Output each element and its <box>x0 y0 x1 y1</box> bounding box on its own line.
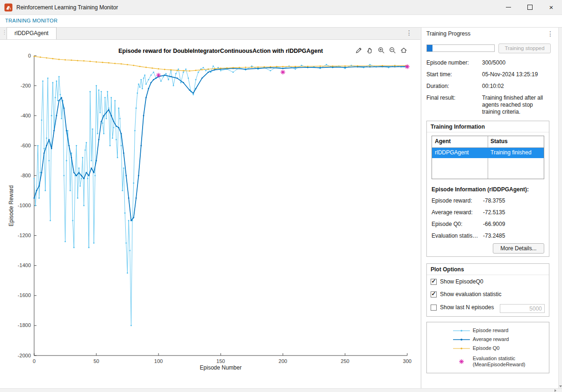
panel-title: Training Progress <box>426 30 470 37</box>
checkbox-show-episodeq0[interactable]: ✓ Show EpisodeQ0 <box>431 278 483 285</box>
field-label: Episode number: <box>426 59 482 66</box>
groupbox-title: Training Information <box>427 121 549 132</box>
table-row[interactable]: rlDDPGAgent Training finished <box>432 148 544 158</box>
panel-header: Training Progress ⋮ <box>421 28 558 40</box>
document-tab-rlddpgagent[interactable]: rlDDPGAgent <box>7 27 57 39</box>
svg-text:50: 50 <box>94 358 99 364</box>
stat-episode-q0: Episode Q0: -66.9009 <box>432 221 545 228</box>
svg-text:-1000: -1000 <box>18 203 31 208</box>
stat-average-reward: Average reward: -72.5135 <box>432 209 545 216</box>
legend-label: Episode reward <box>473 327 508 334</box>
reward-plot[interactable]: 0-200-400-600-800-1000-1200-1400-1600-18… <box>0 40 420 388</box>
legend-line-dot-marker <box>453 337 470 342</box>
training-information-box: Training Information Agent Status rlDDPG… <box>426 121 549 257</box>
home-button[interactable] <box>399 46 408 55</box>
svg-text:250: 250 <box>341 358 349 364</box>
legend-item-evaluation-statistic: Evaluation statistic (MeanEpisodeReward) <box>453 354 549 369</box>
checkbox-icon[interactable]: ✓ <box>431 291 437 298</box>
zoom-in-button[interactable] <box>377 46 386 55</box>
stat-evaluation-statistic: Evaluation statis… -73.2485 <box>432 232 545 240</box>
checkbox-show-evaluation-statistic[interactable]: ✓ Show evaluation statistic <box>431 291 501 298</box>
episode-information-title: Episode Information (rlDDPGAgent): <box>432 186 529 193</box>
stat-value: -72.5135 <box>483 209 505 216</box>
checkbox-label: Show EpisodeQ0 <box>440 278 483 285</box>
svg-text:-1200: -1200 <box>18 232 31 238</box>
table-header-row: Agent Status <box>432 136 544 148</box>
field-value: Training finished after all agents reach… <box>482 94 551 116</box>
svg-text:-600: -600 <box>21 143 31 148</box>
maximize-button[interactable] <box>519 0 540 15</box>
legend-label: Episode Q0 <box>473 345 499 351</box>
panel-menu-button[interactable]: ⋮ <box>547 30 554 37</box>
vertical-scrollbar[interactable] <box>558 28 562 392</box>
cell-agent: rlDDPGAgent <box>432 148 488 158</box>
training-stopped-button[interactable]: Training stopped <box>498 44 551 53</box>
tab-training-monitor[interactable]: TRAINING MONITOR <box>0 15 63 27</box>
checkbox-icon[interactable] <box>431 305 437 311</box>
tab-grip-icon: ⋮ <box>2 29 7 36</box>
close-icon: × <box>549 4 554 11</box>
minimize-icon <box>506 7 511 7</box>
y-axis-label: Episode Reward <box>8 185 14 226</box>
zoom-out-icon <box>389 46 396 54</box>
field-start-time: Start time: 05-Nov-2024 13:25:19 <box>426 71 554 78</box>
app-window: Reinforcement Learning Training Monitor … <box>0 0 562 392</box>
stat-episode-reward: Episode reward: -78.3755 <box>432 197 545 204</box>
checkbox-label: Show last N episodes <box>440 304 494 311</box>
minimize-button[interactable] <box>497 0 519 15</box>
window-title: Reinforcement Learning Training Monitor <box>16 4 118 11</box>
legend-label: Evaluation statistic (MeanEpisodeReward) <box>473 356 533 368</box>
brush-icon <box>355 46 363 54</box>
window-controls: × <box>497 0 562 15</box>
figure-area: 0-200-400-600-800-1000-1200-1400-1600-18… <box>0 40 420 388</box>
svg-text:-1800: -1800 <box>18 322 31 328</box>
axes-toolbar <box>354 46 408 55</box>
n-episodes-input[interactable] <box>500 304 545 313</box>
scroll-right-icon[interactable] <box>555 389 556 392</box>
horizontal-scrollbar[interactable] <box>0 388 562 392</box>
stat-value: -66.9009 <box>483 221 505 228</box>
checkbox-icon[interactable]: ✓ <box>431 279 437 285</box>
legend-asterisk-marker <box>453 358 470 365</box>
matlab-logo-icon <box>4 3 13 12</box>
field-label: Final result: <box>426 94 482 116</box>
field-duration: Duration: 00:10:02 <box>426 83 554 90</box>
table-header-status: Status <box>488 136 544 147</box>
scroll-down-icon[interactable] <box>559 385 562 387</box>
svg-text:-400: -400 <box>21 113 31 118</box>
legend-item-episode-q0: Episode Q0 <box>453 344 549 353</box>
stat-label: Episode Q0: <box>432 221 483 228</box>
field-value: 00:10:02 <box>482 83 551 90</box>
pan-button[interactable] <box>366 46 375 55</box>
stat-value: -73.2485 <box>483 232 505 240</box>
checkbox-show-last-n-episodes[interactable]: Show last N episodes <box>431 304 494 311</box>
brush-button[interactable] <box>354 46 363 55</box>
groupbox-title: Plot Options <box>427 264 549 275</box>
svg-text:100: 100 <box>154 358 163 364</box>
home-icon <box>400 46 408 54</box>
legend-label: Average reward <box>473 336 509 342</box>
maximize-icon <box>527 5 533 10</box>
stat-label: Episode reward: <box>432 197 483 204</box>
pan-icon <box>366 46 374 54</box>
svg-text:-1400: -1400 <box>18 262 31 268</box>
zoom-out-button[interactable] <box>388 46 397 55</box>
table-header-agent: Agent <box>432 136 488 147</box>
plot-options-box: Plot Options ✓ Show EpisodeQ0 ✓ Show eva… <box>426 263 549 317</box>
field-label: Duration: <box>426 83 482 90</box>
document-tab-bar: ⋮ rlDDPGAgent ⋮ <box>0 28 420 40</box>
close-button[interactable]: × <box>540 0 562 15</box>
field-value: 300/5000 <box>482 59 551 66</box>
svg-text:0: 0 <box>33 358 36 364</box>
svg-text:-2000: -2000 <box>18 353 31 358</box>
episode-stats: Episode reward: -78.3755 Average reward:… <box>432 197 545 244</box>
agent-status-table: Agent Status rlDDPGAgent Training finish… <box>432 136 544 179</box>
progress-fields: Episode number: 300/5000 Start time: 05-… <box>426 59 554 120</box>
field-value: 05-Nov-2024 13:25:19 <box>482 71 551 78</box>
more-details-button[interactable]: More Details... <box>493 243 544 254</box>
legend-item-episode-reward: Episode reward <box>453 326 549 335</box>
svg-text:150: 150 <box>216 358 225 364</box>
check-icon: ✓ <box>431 278 436 284</box>
document-menu-button[interactable]: ⋮ <box>405 29 413 36</box>
field-episode-number: Episode number: 300/5000 <box>426 59 554 66</box>
